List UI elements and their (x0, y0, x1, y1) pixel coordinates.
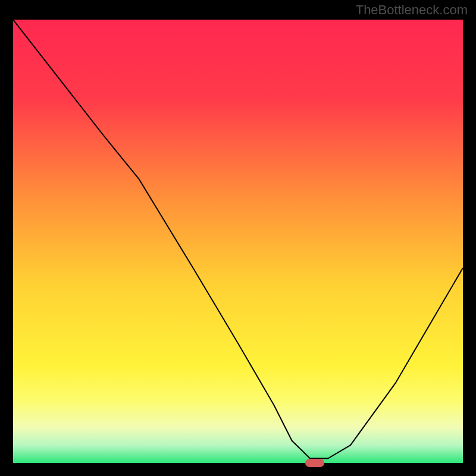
watermark-text: TheBottleneck.com (356, 2, 468, 18)
optimal-point-marker (305, 459, 324, 467)
chart-background-gradient (13, 20, 463, 463)
